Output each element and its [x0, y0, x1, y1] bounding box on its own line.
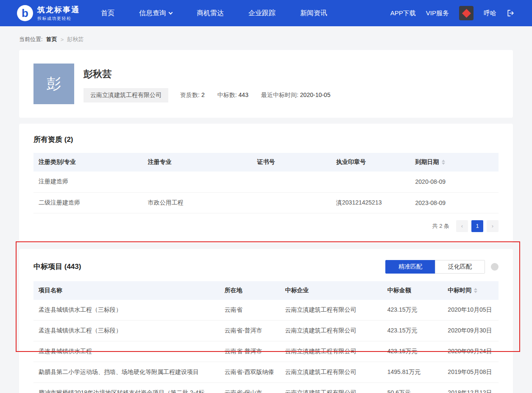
column-label: 注册专业: [148, 158, 172, 165]
project-row-cell: 腾冲市猴桥镇2018年边境地区转移支付资金项目（第二批 2-4标...: [33, 383, 220, 393]
nav-item-home[interactable]: 首页: [101, 9, 114, 18]
project-row[interactable]: 腾冲市猴桥镇2018年边境地区转移支付资金项目（第二批 2-4标...云南省-保…: [33, 383, 499, 393]
qualification-row-cell: 二级注册建造师: [33, 192, 143, 213]
pagination-next-button[interactable]: ›: [487, 220, 499, 232]
nav-item-company-tracking[interactable]: 企业跟踪: [248, 9, 276, 18]
project-row-cell: 孟连县城镇供水工程（三标段）: [33, 300, 220, 321]
avatar-diamond-icon: [462, 8, 471, 17]
table-header-row: 注册类别/专业 注册专业 证书号 执业印章号 到期日期: [33, 153, 499, 172]
projects-title: 中标项目 (443): [33, 262, 81, 271]
qualifications-card: 所有资质 (2) 注册类别/专业 注册专业 证书号 执业印章号 到期日期 注册建…: [19, 124, 513, 243]
username[interactable]: 呼哈: [484, 9, 496, 17]
project-row-cell: 云南省-西双版纳傣: [220, 362, 280, 383]
pagination-page-1[interactable]: 1: [471, 220, 483, 232]
project-row-cell: 2020年09月24日: [443, 341, 499, 362]
column-header: 项目名称: [33, 281, 220, 300]
nav-menu: 首页 信息查询 商机雷达 企业跟踪 新闻资讯: [101, 9, 327, 18]
profile-avatar: 彭: [33, 64, 74, 104]
page-title: 彭秋芸: [84, 68, 330, 80]
project-row-cell: 云南省-普洱市: [220, 321, 280, 341]
stat-value: 443: [239, 91, 248, 98]
project-row[interactable]: 孟连县城镇供水工程云南省-普洱市云南立滇建筑工程有限公司423.15万元2020…: [33, 341, 499, 362]
table-header-row: 项目名称 所在地 中标企业 中标金额 中标时间: [33, 281, 499, 300]
qualification-row-cell: [143, 172, 252, 192]
project-row[interactable]: 孟连县城镇供水工程（三标段）云南省-普洱市云南立滇建筑工程有限公司423.15万…: [33, 321, 499, 341]
pagination: 共 2 条 ‹ 1 ›: [33, 220, 499, 232]
project-row-cell: 2019年05月08日: [443, 362, 499, 383]
project-row-cell: 云南省-保山市: [220, 383, 280, 393]
column-header-sortable[interactable]: 到期日期: [410, 153, 499, 172]
logo-subtitle: 投标成功更轻松: [37, 16, 80, 22]
broad-match-button[interactable]: 泛化匹配: [435, 260, 485, 274]
nav-item-business-radar[interactable]: 商机雷达: [197, 9, 224, 18]
vip-service-link[interactable]: VIP服务: [426, 9, 449, 17]
column-header: 所在地: [220, 281, 280, 300]
project-row-cell: 勐腊县第二小学运动场、挡墙、场地硬化等附属工程建设项目: [33, 362, 220, 383]
breadcrumb-prefix: 当前位置:: [19, 36, 43, 43]
stat-label: 资质数:: [180, 91, 200, 98]
company-tag[interactable]: 云南立滇建筑工程有限公司: [84, 88, 168, 102]
breadcrumb-current: 彭秋芸: [67, 36, 84, 43]
qualification-row-cell: 注册建造师: [33, 172, 143, 192]
project-row-cell: 云南立滇建筑工程有限公司: [280, 321, 382, 341]
column-label: 注册类别/专业: [39, 158, 76, 165]
match-mode-toggle: 精准匹配 泛化匹配: [385, 260, 485, 274]
project-row-cell: 2018年12月12日: [443, 383, 499, 393]
pagination-prev-button[interactable]: ‹: [456, 220, 468, 232]
logout-icon[interactable]: [507, 9, 515, 17]
qualifications-table: 注册类别/专业 注册专业 证书号 执业印章号 到期日期 注册建造师2020-08…: [33, 153, 499, 213]
breadcrumb: 当前位置: 首页 > 彭秋芸: [0, 26, 532, 50]
qualification-row: 二级注册建造师市政公用工程滇2031214252132023-08-09: [33, 192, 499, 213]
column-label: 中标时间: [448, 287, 471, 293]
stat-value: 2020-10-05: [300, 91, 331, 98]
column-label: 中标金额: [387, 287, 411, 293]
qualification-row-cell: [252, 172, 331, 192]
sort-icon[interactable]: [474, 288, 477, 293]
stat-label: 中标数:: [217, 91, 237, 98]
sort-icon[interactable]: [442, 160, 445, 165]
project-row-cell: 50.6万元: [382, 383, 443, 393]
project-row-cell: 1495.81万元: [382, 362, 443, 383]
project-row-cell: 孟连县城镇供水工程: [33, 341, 220, 362]
column-label: 证书号: [257, 158, 275, 165]
column-header: 中标企业: [280, 281, 382, 300]
nav-item-news[interactable]: 新闻资讯: [300, 9, 327, 18]
project-row-cell: 423.15万元: [382, 300, 443, 321]
app-download-link[interactable]: APP下载: [390, 9, 416, 17]
top-navbar: b 筑龙标事通 投标成功更轻松 首页 信息查询 商机雷达 企业跟踪 新闻资讯 A…: [0, 0, 532, 26]
nav-item-label: 新闻资讯: [300, 9, 327, 17]
profile-card: 彭 彭秋芸 云南立滇建筑工程有限公司 资质数:2 中标数:443 最近中标时间:…: [19, 50, 513, 118]
logo[interactable]: b 筑龙标事通 投标成功更轻松: [17, 5, 80, 22]
project-row-cell: 云南立滇建筑工程有限公司: [280, 362, 382, 383]
nav-item-label: 商机雷达: [197, 9, 224, 17]
precise-match-button[interactable]: 精准匹配: [385, 260, 435, 274]
stat-label: 最近中标时间:: [261, 91, 298, 98]
qualification-row-cell: 市政公用工程: [143, 192, 252, 213]
column-header: 执业印章号: [331, 153, 410, 172]
info-icon[interactable]: [491, 263, 499, 271]
navbar-right: APP下载 VIP服务 呼哈: [390, 6, 515, 20]
column-label: 项目名称: [39, 287, 62, 293]
stat-won-bids: 中标数:443: [217, 91, 248, 99]
breadcrumb-separator: >: [61, 36, 64, 43]
project-row-cell: 2020年09月30日: [443, 321, 499, 341]
column-header-sortable[interactable]: 中标时间: [443, 281, 499, 300]
project-row[interactable]: 勐腊县第二小学运动场、挡墙、场地硬化等附属工程建设项目云南省-西双版纳傣云南立滇…: [33, 362, 499, 383]
user-avatar[interactable]: [459, 6, 474, 20]
nav-item-label: 信息查询: [139, 9, 166, 17]
qualification-row-cell: 2023-08-09: [410, 192, 499, 213]
breadcrumb-home-link[interactable]: 首页: [46, 36, 57, 43]
project-row-cell: 孟连县城镇供水工程（三标段）: [33, 321, 220, 341]
qualification-row-cell: [331, 172, 410, 192]
project-row[interactable]: 孟连县城镇供水工程（三标段）云南省云南立滇建筑工程有限公司423.15万元202…: [33, 300, 499, 321]
stat-qualifications: 资质数:2: [180, 91, 205, 99]
nav-item-info-query[interactable]: 信息查询: [139, 9, 172, 18]
column-label: 中标企业: [285, 287, 309, 293]
column-header: 注册类别/专业: [33, 153, 143, 172]
logo-title: 筑龙标事通: [37, 5, 80, 15]
logo-text: 筑龙标事通 投标成功更轻松: [37, 5, 80, 22]
qualification-row-cell: 滇203121425213: [331, 192, 410, 213]
nav-item-label: 首页: [101, 9, 114, 17]
nav-item-label: 企业跟踪: [248, 9, 276, 17]
qualifications-title: 所有资质 (2): [33, 135, 499, 144]
